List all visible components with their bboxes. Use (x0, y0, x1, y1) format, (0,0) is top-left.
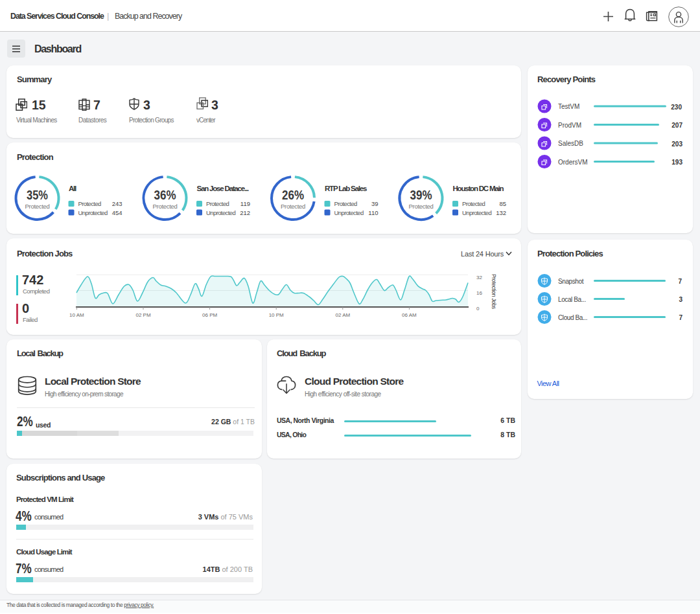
svg-text:7: 7 (679, 314, 682, 321)
svg-text:Cloud Ba...: Cloud Ba... (558, 314, 587, 321)
svg-text:32: 32 (476, 275, 482, 280)
svg-text:Protection Jobs: Protection Jobs (491, 274, 497, 309)
svg-text:0: 0 (476, 306, 480, 312)
svg-text:Snapshot: Snapshot (558, 278, 584, 285)
svg-text:16: 16 (476, 290, 482, 296)
svg-text:02 AM: 02 AM (335, 312, 350, 318)
svg-text:06 AM: 06 AM (402, 312, 417, 318)
svg-text:10 AM: 10 AM (69, 312, 84, 318)
svg-text:10 PM: 10 PM (269, 312, 284, 318)
svg-text:3: 3 (679, 296, 682, 303)
svg-text:06 PM: 06 PM (202, 312, 217, 318)
svg-text:Local Ba...: Local Ba... (558, 296, 586, 303)
svg-text:7: 7 (678, 278, 682, 285)
svg-text:02 PM: 02 PM (135, 312, 150, 318)
